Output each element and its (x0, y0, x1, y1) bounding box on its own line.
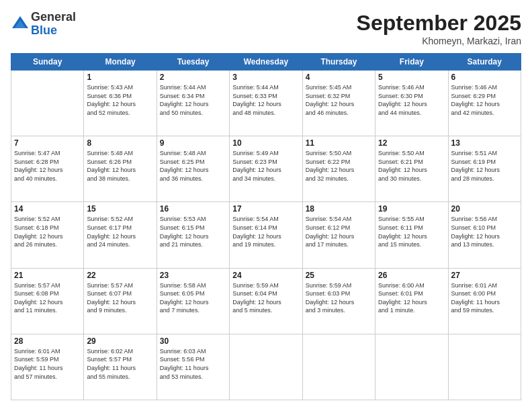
calendar-cell: 5Sunrise: 5:46 AM Sunset: 6:30 PM Daylig… (375, 71, 448, 136)
day-number: 27 (451, 271, 518, 280)
cell-info: Sunrise: 5:52 AM Sunset: 6:17 PM Dayligh… (87, 215, 153, 248)
day-number: 15 (87, 204, 153, 214)
cell-info: Sunrise: 5:46 AM Sunset: 6:29 PM Dayligh… (451, 83, 518, 117)
day-number: 26 (378, 271, 445, 280)
cell-info: Sunrise: 5:57 AM Sunset: 6:07 PM Dayligh… (87, 281, 153, 315)
calendar-cell: 2Sunrise: 5:44 AM Sunset: 6:34 PM Daylig… (157, 71, 229, 136)
calendar-cell: 13Sunrise: 5:51 AM Sunset: 6:19 PM Dayli… (448, 136, 521, 202)
day-number: 14 (14, 204, 81, 214)
calendar-cell: 17Sunrise: 5:54 AM Sunset: 6:14 PM Dayli… (230, 202, 302, 268)
calendar-cell: 6Sunrise: 5:46 AM Sunset: 6:29 PM Daylig… (448, 71, 521, 136)
cell-info: Sunrise: 5:44 AM Sunset: 6:34 PM Dayligh… (160, 83, 226, 117)
calendar-cell: 8Sunrise: 5:48 AM Sunset: 6:26 PM Daylig… (84, 136, 157, 202)
location: Khomeyn, Markazi, Iran (357, 36, 521, 46)
cell-info: Sunrise: 5:51 AM Sunset: 6:19 PM Dayligh… (451, 149, 518, 183)
cell-info: Sunrise: 6:00 AM Sunset: 6:01 PM Dayligh… (378, 281, 445, 315)
day-number: 3 (232, 73, 299, 82)
cell-info: Sunrise: 5:47 AM Sunset: 6:28 PM Dayligh… (14, 149, 81, 183)
calendar-cell (375, 334, 448, 400)
day-number: 6 (451, 73, 518, 82)
day-number: 9 (160, 138, 226, 148)
calendar-cell: 20Sunrise: 5:56 AM Sunset: 6:10 PM Dayli… (448, 202, 521, 268)
day-number: 4 (306, 73, 372, 82)
day-number: 19 (378, 204, 445, 214)
calendar-cell: 14Sunrise: 5:52 AM Sunset: 6:18 PM Dayli… (11, 202, 84, 268)
cell-info: Sunrise: 5:48 AM Sunset: 6:25 PM Dayligh… (160, 149, 226, 183)
cell-info: Sunrise: 5:57 AM Sunset: 6:08 PM Dayligh… (14, 281, 81, 315)
header-row: SundayMondayTuesdayWednesdayThursdayFrid… (11, 54, 521, 71)
col-header-thursday: Thursday (302, 54, 375, 71)
calendar-cell: 29Sunrise: 6:02 AM Sunset: 5:57 PM Dayli… (84, 334, 157, 400)
day-number: 24 (232, 271, 299, 280)
col-header-wednesday: Wednesday (230, 54, 302, 71)
logo-text: General Blue (31, 11, 76, 38)
day-number: 28 (14, 336, 81, 346)
week-row-2: 7Sunrise: 5:47 AM Sunset: 6:28 PM Daylig… (11, 136, 521, 202)
cell-info: Sunrise: 5:48 AM Sunset: 6:26 PM Dayligh… (87, 149, 153, 183)
calendar-cell: 12Sunrise: 5:50 AM Sunset: 6:21 PM Dayli… (375, 136, 448, 202)
cell-info: Sunrise: 5:43 AM Sunset: 6:36 PM Dayligh… (87, 83, 153, 117)
calendar-cell: 21Sunrise: 5:57 AM Sunset: 6:08 PM Dayli… (11, 268, 84, 334)
day-number: 13 (451, 138, 518, 148)
cell-info: Sunrise: 6:01 AM Sunset: 6:00 PM Dayligh… (451, 281, 518, 315)
calendar-cell: 26Sunrise: 6:00 AM Sunset: 6:01 PM Dayli… (375, 268, 448, 334)
header: General Blue September 2025 Khomeyn, Mar… (11, 11, 521, 46)
calendar-cell: 4Sunrise: 5:45 AM Sunset: 6:32 PM Daylig… (302, 71, 375, 136)
day-number: 18 (306, 204, 372, 214)
day-number: 16 (160, 204, 226, 214)
day-number: 2 (160, 73, 226, 82)
calendar-cell: 11Sunrise: 5:50 AM Sunset: 6:22 PM Dayli… (302, 136, 375, 202)
cell-info: Sunrise: 5:50 AM Sunset: 6:22 PM Dayligh… (306, 149, 372, 183)
cell-info: Sunrise: 5:54 AM Sunset: 6:12 PM Dayligh… (306, 215, 372, 248)
calendar-cell: 28Sunrise: 6:01 AM Sunset: 5:59 PM Dayli… (11, 334, 84, 400)
calendar-cell: 1Sunrise: 5:43 AM Sunset: 6:36 PM Daylig… (84, 71, 157, 136)
day-number: 29 (87, 336, 153, 346)
day-number: 30 (160, 336, 226, 346)
calendar-cell: 27Sunrise: 6:01 AM Sunset: 6:00 PM Dayli… (448, 268, 521, 334)
cell-info: Sunrise: 5:52 AM Sunset: 6:18 PM Dayligh… (14, 215, 81, 248)
day-number: 7 (14, 138, 81, 148)
calendar-cell: 16Sunrise: 5:53 AM Sunset: 6:15 PM Dayli… (157, 202, 229, 268)
calendar-cell: 30Sunrise: 6:03 AM Sunset: 5:56 PM Dayli… (157, 334, 229, 400)
calendar-cell: 10Sunrise: 5:49 AM Sunset: 6:23 PM Dayli… (230, 136, 302, 202)
cell-info: Sunrise: 5:55 AM Sunset: 6:11 PM Dayligh… (378, 215, 445, 248)
cell-info: Sunrise: 5:59 AM Sunset: 6:04 PM Dayligh… (232, 281, 299, 315)
calendar-cell: 25Sunrise: 5:59 AM Sunset: 6:03 PM Dayli… (302, 268, 375, 334)
logo-icon (11, 15, 30, 34)
cell-info: Sunrise: 6:03 AM Sunset: 5:56 PM Dayligh… (160, 347, 226, 381)
day-number: 20 (451, 204, 518, 214)
cell-info: Sunrise: 6:01 AM Sunset: 5:59 PM Dayligh… (14, 347, 81, 381)
calendar-cell: 7Sunrise: 5:47 AM Sunset: 6:28 PM Daylig… (11, 136, 84, 202)
calendar-cell (11, 71, 84, 136)
month-title: September 2025 (357, 11, 521, 36)
col-header-tuesday: Tuesday (157, 54, 229, 71)
day-number: 21 (14, 271, 81, 280)
day-number: 22 (87, 271, 153, 280)
day-number: 10 (232, 138, 299, 148)
col-header-saturday: Saturday (448, 54, 521, 71)
title-block: September 2025 Khomeyn, Markazi, Iran (357, 11, 521, 46)
calendar-cell: 15Sunrise: 5:52 AM Sunset: 6:17 PM Dayli… (84, 202, 157, 268)
cell-info: Sunrise: 5:44 AM Sunset: 6:33 PM Dayligh… (232, 83, 299, 117)
cell-info: Sunrise: 5:56 AM Sunset: 6:10 PM Dayligh… (451, 215, 518, 248)
cell-info: Sunrise: 5:59 AM Sunset: 6:03 PM Dayligh… (306, 281, 372, 315)
cell-info: Sunrise: 5:45 AM Sunset: 6:32 PM Dayligh… (306, 83, 372, 117)
calendar-cell: 24Sunrise: 5:59 AM Sunset: 6:04 PM Dayli… (230, 268, 302, 334)
week-row-3: 14Sunrise: 5:52 AM Sunset: 6:18 PM Dayli… (11, 202, 521, 268)
logo-blue: Blue (31, 24, 76, 38)
logo-general: General (31, 11, 76, 24)
week-row-5: 28Sunrise: 6:01 AM Sunset: 5:59 PM Dayli… (11, 334, 521, 400)
cell-info: Sunrise: 5:54 AM Sunset: 6:14 PM Dayligh… (232, 215, 299, 248)
calendar-cell: 9Sunrise: 5:48 AM Sunset: 6:25 PM Daylig… (157, 136, 229, 202)
day-number: 17 (232, 204, 299, 214)
week-row-4: 21Sunrise: 5:57 AM Sunset: 6:08 PM Dayli… (11, 268, 521, 334)
calendar-table: SundayMondayTuesdayWednesdayThursdayFrid… (11, 53, 521, 400)
day-number: 5 (378, 73, 445, 82)
calendar-cell (302, 334, 375, 400)
calendar-cell: 18Sunrise: 5:54 AM Sunset: 6:12 PM Dayli… (302, 202, 375, 268)
col-header-friday: Friday (375, 54, 448, 71)
day-number: 23 (160, 271, 226, 280)
cell-info: Sunrise: 5:49 AM Sunset: 6:23 PM Dayligh… (232, 149, 299, 183)
calendar-cell: 19Sunrise: 5:55 AM Sunset: 6:11 PM Dayli… (375, 202, 448, 268)
day-number: 12 (378, 138, 445, 148)
